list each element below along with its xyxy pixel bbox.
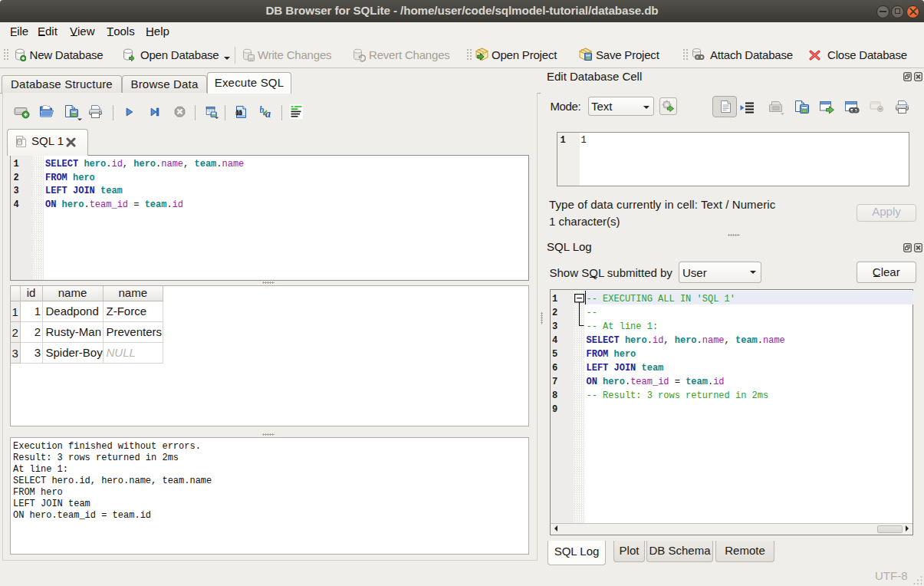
svg-text:a: a — [265, 108, 271, 118]
